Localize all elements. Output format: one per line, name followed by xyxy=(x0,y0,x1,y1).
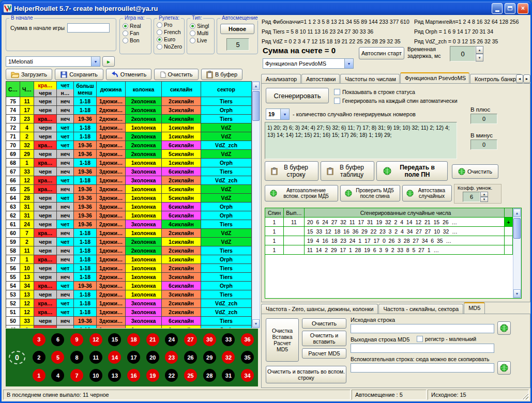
roulette-number-35[interactable]: 35 xyxy=(241,351,254,364)
new-button[interactable]: Новое xyxy=(220,24,254,34)
buffer-table-button[interactable]: В буфер таблицу xyxy=(321,161,374,181)
scroll-up-icon[interactable]: ▲ xyxy=(252,82,260,90)
roulette-number-2[interactable]: 2 xyxy=(33,351,45,364)
roulette-number-4[interactable]: 4 xyxy=(51,369,64,382)
roulette-number-8[interactable]: 8 xyxy=(70,351,83,364)
checkbox-show-status[interactable]: Показывать в строке статуса xyxy=(334,89,415,95)
close-button[interactable]: × xyxy=(518,3,528,14)
maximize-button[interactable] xyxy=(505,3,515,14)
radio-fan[interactable]: Fan xyxy=(123,30,151,36)
spin-down-icon[interactable]: ▼ xyxy=(480,197,488,202)
radio-bon[interactable]: Bon xyxy=(123,37,151,43)
buffer-button[interactable]: В буфер xyxy=(201,69,242,80)
clear-generated-button[interactable]: Очистить xyxy=(452,164,498,179)
roulette-number-9[interactable]: 9 xyxy=(70,333,83,346)
play-button[interactable]: ► xyxy=(102,56,115,67)
start-sum-input[interactable] xyxy=(67,23,110,33)
roulette-number-26[interactable]: 26 xyxy=(184,351,197,364)
tab-psevdoms[interactable]: Функционал PsevdoMS xyxy=(400,72,469,84)
minimize-button[interactable] xyxy=(492,3,503,14)
scroll-down-icon[interactable]: ▼ xyxy=(252,319,260,328)
roulette-number-34[interactable]: 34 xyxy=(241,369,254,382)
roulette-number-15[interactable]: 15 xyxy=(108,333,121,346)
buffer-row-button[interactable]: В буфер строку xyxy=(265,161,318,181)
roulette-number-36[interactable]: 36 xyxy=(241,333,254,346)
chevron-down-icon[interactable]: ▼ xyxy=(91,57,100,66)
roulette-number-23[interactable]: 23 xyxy=(165,351,178,364)
roulette-number-33[interactable]: 33 xyxy=(222,333,235,346)
roulette-number-5[interactable]: 5 xyxy=(51,351,64,364)
roulette-number-31[interactable]: 31 xyxy=(222,369,235,382)
autofill-md5-button[interactable]: Автозаполнение вспом. строки МД5 xyxy=(265,185,338,202)
roulette-number-18[interactable]: 18 xyxy=(127,333,140,346)
check-md5-button[interactable]: Проверить МД5 после спина xyxy=(340,185,400,202)
spin-up-icon[interactable]: ▲ xyxy=(476,46,483,54)
roulette-number-10[interactable]: 10 xyxy=(89,369,102,382)
md5-master-button[interactable]: Очистка Вставка Расчет MD5 xyxy=(266,318,299,362)
roulette-number-0[interactable]: 0 xyxy=(9,351,25,364)
md5-source-globe-button[interactable] xyxy=(497,321,511,335)
roulette-number-6[interactable]: 6 xyxy=(51,333,64,346)
mode-select[interactable]: Функционал PsevdoMS ▼ xyxy=(263,58,354,69)
roulette-number-14[interactable]: 14 xyxy=(108,351,121,364)
roulette-number-1[interactable]: 1 xyxy=(33,369,45,382)
scroll-thumb[interactable] xyxy=(513,218,521,239)
md5-clear-button[interactable]: Очистить xyxy=(302,318,346,329)
radio-real[interactable]: Real xyxy=(123,23,151,29)
md5-case-checkbox[interactable]: регистр - маленький xyxy=(417,336,476,342)
title-bar[interactable]: HelperRoullet 5.7- create helperroullet@… xyxy=(2,2,530,15)
radio-multi[interactable]: Multi xyxy=(190,30,214,36)
md5-clear-paste-button[interactable]: Очистить и вставить xyxy=(302,331,346,346)
roulette-number-13[interactable]: 13 xyxy=(108,369,121,382)
scroll-up-icon[interactable]: ▲ xyxy=(513,209,521,217)
roulette-number-28[interactable]: 28 xyxy=(203,369,216,382)
spin-up-icon[interactable]: ▲ xyxy=(480,192,488,197)
tab-scroll-right[interactable]: ► xyxy=(523,74,530,83)
scroll-track[interactable] xyxy=(513,217,521,289)
roulette-number-29[interactable]: 29 xyxy=(203,351,216,364)
chevron-down-icon[interactable]: ▼ xyxy=(280,109,289,119)
roulette-number-22[interactable]: 22 xyxy=(165,369,178,382)
tab-md5[interactable]: MD5 xyxy=(464,302,485,314)
load-button[interactable]: Загрузить xyxy=(6,69,52,80)
scroll-track[interactable] xyxy=(252,90,260,319)
roulette-number-25[interactable]: 25 xyxy=(184,369,197,382)
radio-pro[interactable]: Pro xyxy=(157,22,184,28)
md5-aux-input[interactable] xyxy=(351,363,494,373)
autobet-random-button[interactable]: Автоставка случайных xyxy=(402,185,452,202)
roulette-number-3[interactable]: 3 xyxy=(33,333,45,346)
radio-french[interactable]: French xyxy=(157,29,184,35)
generated-table-scrollbar[interactable]: ▲ ▼ xyxy=(513,208,521,298)
md5-source-input[interactable] xyxy=(351,324,494,333)
radio-euro[interactable]: Euro xyxy=(157,36,184,42)
md5-clear-paste-aux-button[interactable]: Очистить и вставить во вспом. строку xyxy=(266,366,346,383)
tab-analyzer[interactable]: Анализатор xyxy=(261,74,301,84)
roulette-number-12[interactable]: 12 xyxy=(89,333,102,346)
roulette-number-21[interactable]: 21 xyxy=(146,333,159,346)
md5-output-input[interactable] xyxy=(351,344,494,353)
checkbox-auto-generate[interactable]: Генерировать на каждый спин автоматическ… xyxy=(334,98,458,104)
roulette-number-32[interactable]: 32 xyxy=(222,351,235,364)
roulette-number-27[interactable]: 27 xyxy=(184,333,197,346)
roulette-number-20[interactable]: 20 xyxy=(146,351,159,364)
radio-live[interactable]: Live xyxy=(190,37,214,43)
roulette-number-30[interactable]: 30 xyxy=(203,333,216,346)
undo-button[interactable]: Отменить xyxy=(106,69,151,80)
roulette-number-19[interactable]: 19 xyxy=(146,369,159,382)
scroll-thumb[interactable] xyxy=(252,91,260,121)
autospin-button[interactable]: Автоспин старт xyxy=(359,47,404,59)
tab-scroll-left[interactable]: ◄ xyxy=(516,74,523,83)
tab-freq-zero[interactable]: Частота - Zero, шансы, дюжины, колонки xyxy=(261,304,378,314)
roulette-number-17[interactable]: 17 xyxy=(127,351,140,364)
spin-down-icon[interactable]: ▼ xyxy=(476,54,483,61)
md5-calc-button[interactable]: Расчет MD5 xyxy=(302,348,346,359)
generated-numbers-text[interactable]: 1) 20; 2) 6; 3) 24; 4) 27; 5) 32; 6) 11;… xyxy=(265,122,457,159)
tab-autobets[interactable]: Автоставки xyxy=(301,74,340,84)
generate-button[interactable]: Сгенерировать xyxy=(266,88,329,103)
roulette-number-7[interactable]: 7 xyxy=(70,369,83,382)
roulette-number-16[interactable]: 16 xyxy=(127,369,140,382)
coef-stepper[interactable]: ▲ ▼ xyxy=(480,192,488,202)
radio-singl[interactable]: Singl xyxy=(190,23,214,29)
md5-aux-globe-button[interactable] xyxy=(497,361,511,375)
scroll-down-icon[interactable]: ▼ xyxy=(513,289,521,298)
